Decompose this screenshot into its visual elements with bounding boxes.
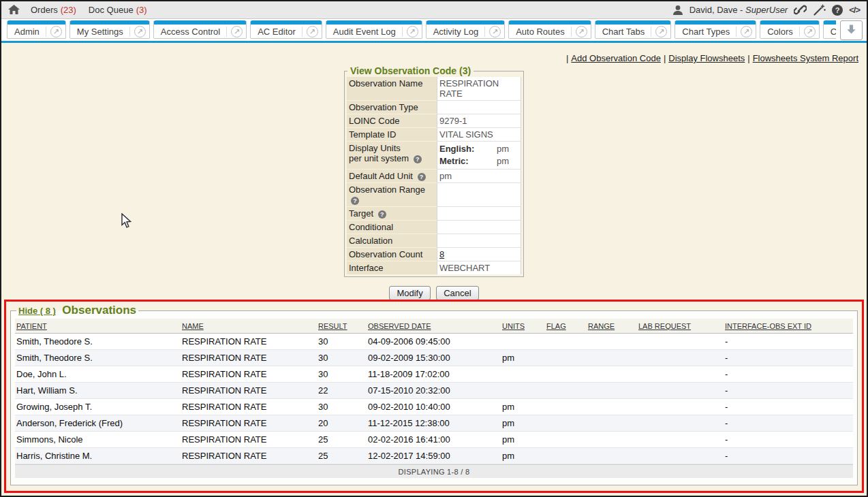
help-icon[interactable]: ? bbox=[414, 155, 422, 163]
tab-admin[interactable]: Admin↗ bbox=[7, 20, 66, 39]
top-bar-right: David, Dave - SuperUser ? </> bbox=[672, 4, 860, 16]
column-header-patient[interactable]: PATIENT bbox=[15, 319, 181, 334]
column-header-label[interactable]: INTERFACE-OBS EXT ID bbox=[725, 322, 811, 330]
form-row-template-id: Template IDVITAL SIGNS bbox=[347, 127, 521, 141]
column-header-interface-obs-ext-id[interactable]: INTERFACE-OBS EXT ID bbox=[724, 319, 853, 334]
cell-interface-obs-ext-id: - bbox=[724, 334, 853, 350]
open-in-new-icon[interactable]: ↗ bbox=[576, 26, 587, 37]
open-in-new-icon[interactable]: ↗ bbox=[741, 26, 752, 37]
tab-colors[interactable]: Colors↗ bbox=[760, 20, 820, 39]
cell-range bbox=[587, 415, 637, 432]
nav-count-badge: (23) bbox=[61, 5, 76, 15]
open-in-new-icon[interactable]: ↗ bbox=[407, 26, 418, 37]
tab-chart-tabs[interactable]: Chart Tabs↗ bbox=[595, 20, 672, 39]
open-in-new-icon[interactable]: ↗ bbox=[489, 26, 501, 37]
user-icon bbox=[672, 5, 683, 16]
code-icon[interactable]: </> bbox=[849, 5, 860, 15]
open-in-new-icon[interactable]: ↗ bbox=[307, 26, 318, 37]
column-header-flag[interactable]: FLAG bbox=[545, 319, 587, 334]
cell-patient: Smith, Theodore S. bbox=[15, 334, 181, 350]
tab-auto-routes[interactable]: Auto Routes↗ bbox=[508, 20, 591, 39]
open-in-new-icon[interactable]: ↗ bbox=[231, 26, 243, 37]
column-header-label[interactable]: RESULT bbox=[318, 322, 347, 330]
open-in-new-icon[interactable]: ↗ bbox=[804, 26, 816, 37]
column-header-label[interactable]: LAB REQUEST bbox=[638, 322, 691, 330]
modify-button[interactable]: Modify bbox=[389, 286, 430, 300]
cancel-button[interactable]: Cancel bbox=[436, 286, 478, 300]
cell-units: pm bbox=[501, 350, 545, 366]
field-value: 8 bbox=[437, 247, 521, 261]
column-header-observed-date[interactable]: OBSERVED DATE bbox=[367, 319, 501, 334]
action-link-add-observation-code[interactable]: Add Observation Code bbox=[571, 53, 661, 63]
cell-range bbox=[587, 334, 637, 350]
open-in-new-icon[interactable]: ↗ bbox=[134, 26, 146, 37]
cell-interface-obs-ext-id: - bbox=[724, 399, 853, 415]
column-header-name[interactable]: NAME bbox=[181, 319, 317, 334]
hide-observations-link[interactable]: Hide ( 8 ) bbox=[18, 306, 56, 316]
cell-units: pm bbox=[501, 415, 545, 432]
field-value: 9279-1 bbox=[437, 114, 521, 127]
tab-audit-event-log[interactable]: Audit Event Log↗ bbox=[326, 20, 422, 39]
tab-cpt-codes[interactable]: CPT Codes↗ bbox=[823, 20, 836, 39]
open-in-new-icon[interactable]: ↗ bbox=[655, 26, 667, 37]
tab-access-control[interactable]: Access Control↗ bbox=[153, 20, 247, 39]
table-row: Simmons, NicoleRESPIRATION RATE2502-02-2… bbox=[15, 432, 853, 448]
cell-units bbox=[501, 383, 545, 399]
tab-activity-log[interactable]: Activity Log↗ bbox=[426, 20, 505, 39]
column-header-label[interactable]: RANGE bbox=[588, 322, 615, 330]
cell-patient: Growing, Joseph T. bbox=[15, 399, 181, 415]
field-label: Interface bbox=[347, 261, 437, 274]
cell-result: 30 bbox=[317, 334, 367, 350]
field-label: Conditional bbox=[347, 220, 437, 234]
column-header-label[interactable]: PATIENT bbox=[16, 322, 47, 330]
table-row: Growing, Joseph T.RESPIRATION RATE3009-0… bbox=[15, 399, 853, 415]
field-value: pm bbox=[437, 169, 521, 182]
tab-label: Colors bbox=[767, 27, 800, 37]
column-header-result[interactable]: RESULT bbox=[317, 319, 367, 334]
tab-my-settings[interactable]: My Settings↗ bbox=[69, 20, 150, 39]
unit-value: pm bbox=[497, 155, 509, 167]
column-header-label[interactable]: NAME bbox=[182, 322, 204, 330]
home-icon[interactable] bbox=[8, 5, 20, 15]
cell-lab-request bbox=[637, 350, 724, 366]
tab-chart-types[interactable]: Chart Types↗ bbox=[675, 20, 756, 39]
topnav-doc-queue[interactable]: Doc Queue(3) bbox=[89, 5, 147, 15]
mouse-cursor bbox=[121, 213, 132, 229]
cell-name: RESPIRATION RATE bbox=[181, 383, 317, 399]
action-link-display-flowsheets[interactable]: Display Flowsheets bbox=[668, 53, 745, 63]
column-header-lab-request[interactable]: LAB REQUEST bbox=[637, 319, 724, 334]
cell-units: pm bbox=[501, 432, 545, 448]
help-icon[interactable]: ? bbox=[832, 5, 843, 16]
cell-name: RESPIRATION RATE bbox=[181, 448, 317, 464]
cell-range bbox=[587, 350, 637, 366]
help-icon[interactable]: ? bbox=[351, 197, 359, 205]
help-icon[interactable]: ? bbox=[418, 173, 426, 181]
cell-flag bbox=[545, 334, 587, 350]
column-header-label[interactable]: UNITS bbox=[502, 322, 525, 330]
topnav-orders[interactable]: Orders(23) bbox=[31, 5, 76, 15]
cell-result: 25 bbox=[317, 448, 367, 464]
cell-name: RESPIRATION RATE bbox=[181, 350, 317, 366]
form-row-observation-type: Observation Type bbox=[347, 100, 521, 114]
cell-lab-request bbox=[637, 366, 724, 383]
cell-flag bbox=[545, 350, 587, 366]
cell-range bbox=[587, 399, 637, 415]
down-arrow-icon bbox=[846, 24, 857, 37]
column-header-range[interactable]: RANGE bbox=[587, 319, 637, 334]
cell-name: RESPIRATION RATE bbox=[181, 432, 317, 448]
column-header-units[interactable]: UNITS bbox=[501, 319, 545, 334]
unit-value: pm bbox=[497, 143, 509, 155]
tab-overflow-button[interactable] bbox=[840, 20, 863, 40]
link-icon[interactable] bbox=[794, 4, 807, 16]
paging-status: DISPLAYING 1-8 / 8 bbox=[15, 464, 853, 478]
observation-count-link[interactable]: 8 bbox=[439, 249, 444, 259]
column-header-label[interactable]: FLAG bbox=[546, 322, 566, 330]
open-in-new-icon[interactable]: ↗ bbox=[50, 26, 62, 37]
field-value: WEBCHART bbox=[437, 261, 521, 274]
help-icon[interactable]: ? bbox=[378, 210, 386, 219]
wand-icon[interactable] bbox=[813, 4, 826, 16]
action-link-flowsheets-system-report[interactable]: Flowsheets System Report bbox=[753, 53, 858, 63]
cell-name: RESPIRATION RATE bbox=[181, 399, 317, 415]
column-header-label[interactable]: OBSERVED DATE bbox=[368, 322, 431, 330]
tab-ac-editor[interactable]: AC Editor↗ bbox=[250, 20, 322, 39]
